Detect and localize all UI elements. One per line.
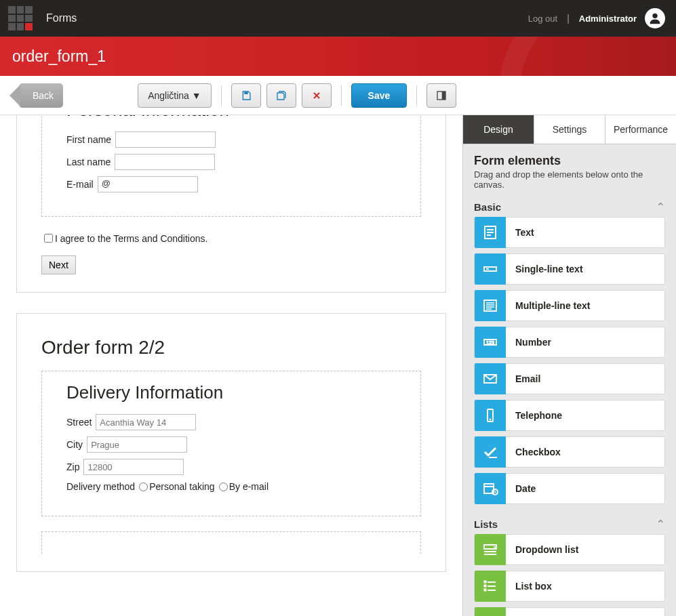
separator: | (567, 13, 570, 24)
toolbar: Back Angličtina ▼ Save (0, 76, 676, 115)
svg-point-0 (652, 14, 657, 18)
app-name[interactable]: Forms (46, 12, 77, 24)
current-user[interactable]: Administrator (579, 14, 637, 24)
topbar: Forms Log out | Administrator (0, 0, 676, 37)
page-title-bar: order_form_1 (0, 37, 676, 76)
svg-rect-3 (442, 91, 445, 100)
app-logo-icon[interactable] (4, 2, 37, 35)
delete-button[interactable] (302, 83, 332, 108)
avatar-icon[interactable] (645, 8, 665, 28)
layout-toggle-button[interactable] (426, 83, 456, 108)
save-all-icon-button[interactable] (266, 83, 296, 108)
divider (221, 85, 222, 106)
divider (416, 85, 417, 106)
logout-link[interactable]: Log out (528, 14, 557, 24)
divider (341, 85, 342, 106)
form-title: order_form_1 (12, 47, 106, 66)
language-dropdown[interactable]: Angličtina ▼ (138, 83, 211, 108)
save-icon-button[interactable] (231, 83, 261, 108)
save-button[interactable]: Save (351, 83, 407, 108)
svg-rect-1 (244, 91, 247, 94)
back-button[interactable]: Back (19, 83, 63, 108)
